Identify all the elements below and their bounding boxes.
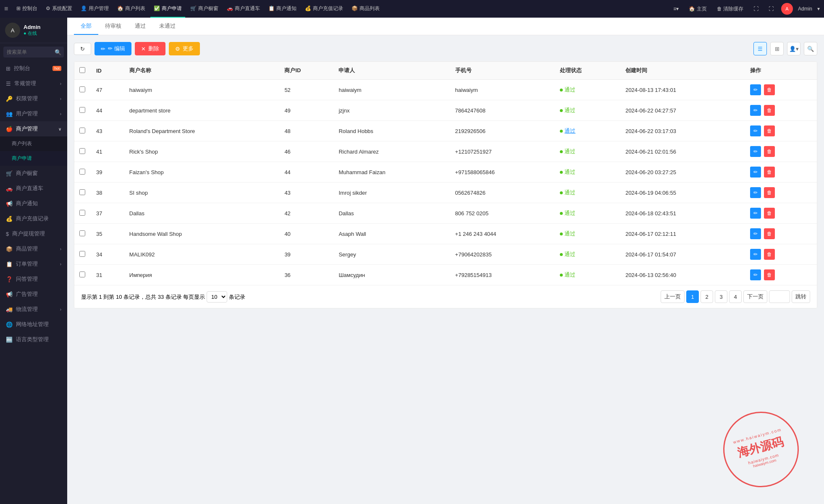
- delete-action-button[interactable]: 🗑: [764, 269, 775, 280]
- sidebar-item-withdrawal[interactable]: $ 商户提现管理: [0, 226, 67, 241]
- more-button[interactable]: ⚙ 更多: [169, 42, 200, 55]
- sidebar-item-merchants[interactable]: 🍎 商户管理 ∨: [0, 121, 67, 136]
- topnav-item-showcase[interactable]: 🛒 商户橱窗: [187, 0, 222, 18]
- page-jump-button[interactable]: 跳转: [792, 290, 810, 303]
- tab-rejected[interactable]: 未通过: [152, 18, 182, 35]
- status-badge[interactable]: 通过: [560, 127, 575, 135]
- delete-action-button[interactable]: 🗑: [764, 105, 775, 116]
- next-page-button[interactable]: 下一页: [743, 290, 767, 303]
- hamburger-icon[interactable]: ≡: [4, 5, 8, 13]
- column-settings-button[interactable]: 👤▾: [787, 42, 800, 55]
- select-all-checkbox[interactable]: [79, 67, 85, 73]
- row-checkbox[interactable]: [79, 169, 85, 175]
- sidebar-item-dashboard[interactable]: ⊞ 控制台 hot: [0, 61, 67, 76]
- sidebar-item-users[interactable]: 👥 用户管理 ›: [0, 106, 67, 121]
- grid-view-button[interactable]: ⊞: [770, 42, 784, 55]
- page-4-button[interactable]: 4: [729, 290, 742, 303]
- tab-pending[interactable]: 待审核: [98, 18, 128, 35]
- topnav-item-notification[interactable]: 📋 商户通知: [265, 0, 300, 18]
- edit-action-button[interactable]: ✏: [750, 228, 761, 239]
- sidebar-item-notice[interactable]: 📢 商户通知: [0, 196, 67, 211]
- admin-dropdown-icon[interactable]: ▾: [817, 6, 820, 12]
- sidebar-brand: A Admin 在线: [0, 18, 67, 43]
- sidebar-item-recharge[interactable]: 💰 商户充值记录: [0, 211, 67, 226]
- check-icon: ✅: [154, 5, 160, 11]
- topnav-item-sysconfig[interactable]: ⚙ 系统配置: [42, 0, 76, 18]
- ads-icon: 📢: [6, 291, 13, 298]
- row-status: 通过: [555, 224, 620, 244]
- topnav-item-directcar[interactable]: 🚗 商户直通车: [223, 0, 263, 18]
- row-checkbox[interactable]: [79, 210, 85, 216]
- refresh-button[interactable]: ↻: [74, 43, 91, 55]
- search-toolbar-button[interactable]: 🔍: [804, 42, 817, 55]
- home-button[interactable]: 🏠 主页: [686, 5, 709, 13]
- edit-action-button[interactable]: ✏: [750, 187, 761, 198]
- sidebar-item-language[interactable]: 🔤 语言类型管理: [0, 332, 67, 347]
- row-checkbox[interactable]: [79, 128, 85, 133]
- row-actions: ✏ 🗑: [745, 265, 817, 285]
- edit-action-button[interactable]: ✏: [750, 146, 761, 157]
- topnav-item-dashboard[interactable]: ⊞ 控制台: [13, 0, 41, 18]
- row-checkbox[interactable]: [79, 86, 85, 92]
- page-2-button[interactable]: 2: [701, 290, 713, 303]
- edit-action-button[interactable]: ✏: [750, 84, 761, 95]
- topnav-item-recharge[interactable]: 💰 商户充值记录: [302, 0, 346, 18]
- prev-page-button[interactable]: 上一页: [661, 290, 685, 303]
- delete-button[interactable]: ✕ 删除: [135, 42, 165, 55]
- tab-approved[interactable]: 通过: [128, 18, 152, 35]
- page-jump-input[interactable]: [769, 290, 790, 303]
- edit-action-button[interactable]: ✏: [750, 167, 761, 178]
- row-checkbox[interactable]: [79, 272, 85, 277]
- sidebar-item-general[interactable]: ☰ 常规管理 ›: [0, 76, 67, 91]
- delete-action-button[interactable]: 🗑: [764, 125, 775, 136]
- sidebar-item-products[interactable]: 📦 商品管理 ›: [0, 241, 67, 256]
- sidebar-item-logistics[interactable]: 🚚 物流管理 ›: [0, 302, 67, 317]
- row-checkbox[interactable]: [79, 148, 85, 154]
- edit-action-button[interactable]: ✏: [750, 208, 761, 219]
- sidebar-item-qa[interactable]: ❓ 问答管理: [0, 272, 67, 287]
- sidebar-item-directcar[interactable]: 🚗 商户直通车: [0, 181, 67, 196]
- page-3-button[interactable]: 3: [715, 290, 727, 303]
- list-view-button[interactable]: ☰: [753, 42, 767, 55]
- avatar[interactable]: A: [781, 3, 793, 15]
- topnav-item-usermgmt[interactable]: 👤 用户管理: [77, 0, 112, 18]
- topnav-item-merchantlist[interactable]: 🏠 商户列表: [114, 0, 149, 18]
- delete-action-button[interactable]: 🗑: [764, 249, 775, 260]
- delete-action-button[interactable]: 🗑: [764, 187, 775, 198]
- sidebar-item-permissions[interactable]: 🔑 权限管理 ›: [0, 91, 67, 106]
- fullscreen-icon[interactable]: ⛶: [751, 6, 761, 12]
- row-id: 38: [91, 183, 124, 203]
- sidebar-item-ads[interactable]: 📢 广告管理: [0, 287, 67, 302]
- delete-action-button[interactable]: 🗑: [764, 167, 775, 178]
- delete-action-button[interactable]: 🗑: [764, 84, 775, 95]
- menu-expand-button[interactable]: ≡▾: [671, 6, 681, 12]
- delete-action-button[interactable]: 🗑: [764, 208, 775, 219]
- edit-action-button[interactable]: ✏: [750, 125, 761, 136]
- sidebar-item-orders[interactable]: 📋 订单管理 ›: [0, 256, 67, 272]
- per-page-select[interactable]: 10 20 50: [207, 291, 227, 303]
- minimize-icon[interactable]: ⛶: [766, 6, 776, 12]
- row-checkbox[interactable]: [79, 230, 85, 236]
- sidebar-item-showcase[interactable]: 🛒 商户橱窗: [0, 166, 67, 181]
- row-checkbox[interactable]: [79, 189, 85, 195]
- tab-all[interactable]: 全部: [74, 18, 98, 35]
- table-row: 37 Dallas 42 Dallas 806 752 0205 通过 2024…: [74, 203, 817, 224]
- clear-cache-button[interactable]: 🗑 清除缓存: [714, 5, 746, 13]
- row-checkbox[interactable]: [79, 107, 85, 113]
- row-checkbox[interactable]: [79, 251, 85, 257]
- sidebar-item-network[interactable]: 🌐 网络地址管理: [0, 317, 67, 332]
- edit-button[interactable]: ✏ ✏ 编辑: [94, 42, 131, 55]
- edit-action-button[interactable]: ✏: [750, 249, 761, 260]
- sidebar-item-merchant-list[interactable]: 商户列表: [0, 136, 67, 151]
- table-row: 41 Rick's Shop 46 Richard Almarez +12107…: [74, 141, 817, 162]
- topnav-item-productlist[interactable]: 📦 商品列表: [348, 0, 383, 18]
- topnav-item-merchantapp[interactable]: ✅ 商户申请: [150, 0, 185, 18]
- delete-action-button[interactable]: 🗑: [764, 146, 775, 157]
- delete-action-button[interactable]: 🗑: [764, 228, 775, 239]
- edit-action-button[interactable]: ✏: [750, 269, 761, 280]
- content-area: ↻ ✏ ✏ 编辑 ✕ 删除 ⚙ 更多 ☰ ⊞ 👤▾ 🔍: [67, 35, 824, 504]
- row-merchant-name: haiwaiym: [124, 80, 280, 100]
- page-1-button[interactable]: 1: [686, 290, 699, 303]
- sidebar-item-merchant-apply[interactable]: 商户申请: [0, 151, 67, 166]
- edit-action-button[interactable]: ✏: [750, 105, 761, 116]
